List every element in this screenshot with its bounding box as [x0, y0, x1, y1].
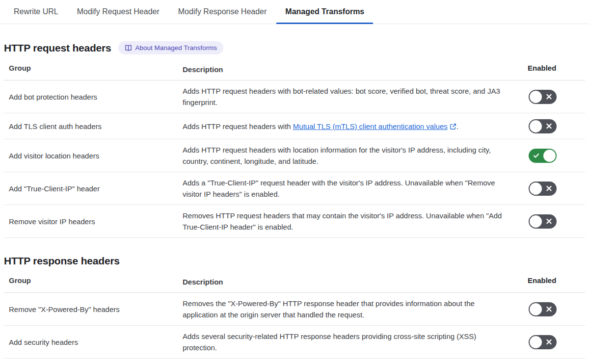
description-link[interactable]: Mutual TLS (mTLS) client authentication …: [293, 122, 456, 130]
table-row: Add visitor location headersAdds HTTP re…: [4, 139, 585, 172]
description-cell: Adds HTTP request headers with Mutual TL…: [183, 121, 528, 132]
response-section-header: HTTP response headers: [4, 255, 585, 267]
enabled-cell: [528, 90, 585, 104]
about-managed-transforms-badge[interactable]: About Managed Transforms: [118, 41, 224, 54]
response-section-title: HTTP response headers: [4, 255, 120, 267]
group-cell: Add TLS client auth headers: [4, 122, 183, 130]
x-icon: [546, 185, 552, 192]
x-icon: [546, 339, 552, 345]
x-icon: [546, 218, 552, 225]
enabled-cell: [528, 119, 585, 133]
request-section-title: HTTP request headers: [4, 42, 111, 54]
description-cell: Adds a "True-Client-IP" request header w…: [183, 177, 528, 200]
group-cell: Add "True-Client-IP" header: [4, 184, 183, 193]
toggle-add-bot-protection-headers[interactable]: [529, 90, 557, 104]
column-header-group: Group: [4, 64, 183, 75]
request-section-header: HTTP request headers About Managed Trans…: [4, 41, 585, 54]
enabled-cell: [528, 182, 585, 196]
group-cell: Remove visitor IP headers: [4, 217, 183, 226]
x-icon: [546, 306, 552, 312]
toggle-add-tls-client-auth-headers[interactable]: [529, 119, 557, 133]
enabled-cell: [528, 149, 585, 163]
enabled-cell: [528, 302, 585, 316]
toggle-add-security-headers[interactable]: [529, 335, 557, 349]
toggle-add-true-client-ip-header[interactable]: [529, 182, 557, 196]
table-row: Add "True-Client-IP" headerAdds a "True-…: [4, 172, 585, 205]
x-icon: [546, 123, 552, 130]
description-cell: Removes the "X-Powered-By" HTTP response…: [183, 298, 528, 320]
group-cell: Add security headers: [4, 338, 183, 346]
table-row: Remove "X-Powered-By" headersRemoves the…: [4, 293, 585, 326]
table-row: Add TLS client auth headersAdds HTTP req…: [4, 113, 585, 139]
column-header-description: Description: [183, 64, 528, 75]
book-icon: [125, 44, 132, 52]
description-cell: Adds HTTP request headers with bot-relat…: [183, 85, 528, 108]
group-cell: Add visitor location headers: [4, 152, 183, 160]
tab-bar: Rewrite URLModify Request HeaderModify R…: [0, 0, 589, 24]
group-cell: Add bot protection headers: [4, 93, 183, 101]
description-cell: Removes HTTP request headers that may co…: [183, 210, 528, 233]
check-icon: [533, 153, 539, 159]
response-headers-table: Group Description Enabled Remove "X-Powe…: [4, 273, 585, 359]
response-rows: Remove "X-Powered-By" headersRemoves the…: [4, 293, 585, 359]
table-row: Add security headersAdds several securit…: [4, 326, 585, 359]
toggle-knob: [530, 336, 542, 348]
toggle-knob: [530, 91, 542, 103]
column-header-description: Description: [183, 276, 528, 287]
tab-rewrite-url[interactable]: Rewrite URL: [14, 0, 58, 24]
tab-modify-response-header[interactable]: Modify Response Header: [178, 0, 267, 24]
toggle-knob: [530, 303, 542, 315]
toggle-knob: [530, 120, 542, 132]
badge-label: About Managed Transforms: [135, 45, 217, 52]
description-cell: Adds HTTP request headers with location …: [183, 144, 528, 167]
toggle-knob: [530, 215, 542, 228]
toggle-add-visitor-location-headers[interactable]: [529, 149, 557, 163]
managed-transforms-page: HTTP request headers About Managed Trans…: [4, 41, 585, 359]
enabled-cell: [528, 214, 585, 229]
table-row: Add bot protection headersAdds HTTP requ…: [4, 80, 585, 113]
column-header-enabled: Enabled: [528, 276, 585, 287]
table-header-row: Group Description Enabled: [4, 61, 585, 80]
toggle-remove-visitor-ip-headers[interactable]: [529, 214, 557, 229]
column-header-group: Group: [4, 276, 183, 287]
enabled-cell: [528, 335, 585, 349]
description-cell: Adds several security-related HTTP respo…: [183, 331, 528, 353]
group-cell: Remove "X-Powered-By" headers: [4, 305, 183, 313]
request-rows: Add bot protection headersAdds HTTP requ…: [4, 80, 585, 238]
toggle-knob: [543, 150, 556, 162]
table-row: Remove visitor IP headersRemoves HTTP re…: [4, 205, 585, 238]
x-icon: [546, 94, 552, 100]
table-header-row: Group Description Enabled: [4, 273, 585, 293]
request-headers-table: Group Description Enabled Add bot protec…: [4, 61, 585, 238]
tab-modify-request-header[interactable]: Modify Request Header: [77, 0, 160, 24]
toggle-knob: [530, 182, 542, 195]
toggle-remove-x-powered-by-headers[interactable]: [529, 302, 557, 316]
tab-managed-transforms[interactable]: Managed Transforms: [285, 0, 364, 24]
column-header-enabled: Enabled: [528, 64, 585, 75]
